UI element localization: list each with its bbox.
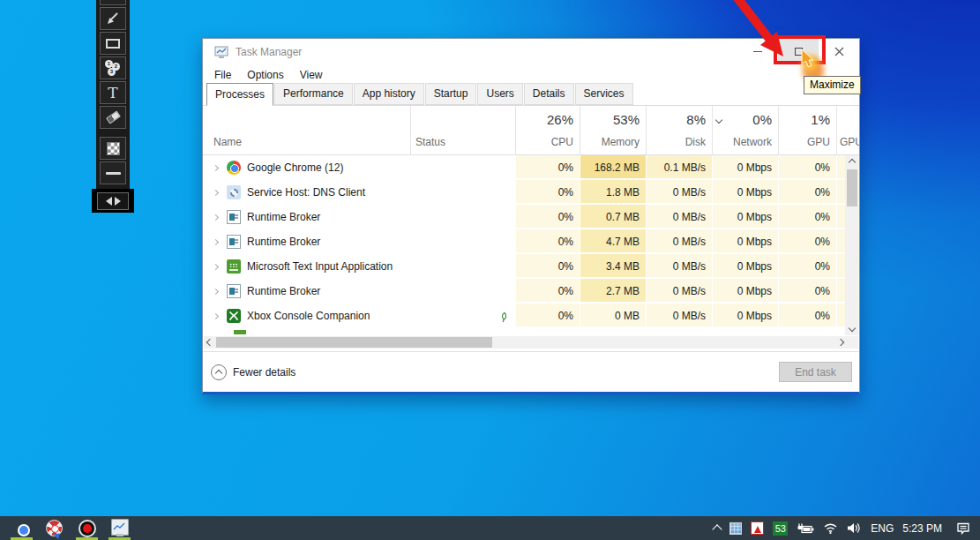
network-cell: 0 Mbps xyxy=(712,304,778,328)
language-indicator[interactable]: ENG xyxy=(871,522,894,535)
arrow-tool-button[interactable] xyxy=(100,7,126,30)
minimize-button[interactable] xyxy=(737,39,778,64)
cpu-cell: 0% xyxy=(515,205,580,229)
taskbar-chrome-button[interactable] xyxy=(5,516,38,540)
blur-tool-button[interactable] xyxy=(100,137,126,160)
fewer-details-toggle[interactable]: Fewer details xyxy=(211,364,295,380)
clock[interactable]: 5:23 PM xyxy=(902,522,942,535)
show-hidden-icons-chevron[interactable] xyxy=(713,524,722,534)
tab-details[interactable]: Details xyxy=(524,83,574,105)
scroll-down-button[interactable] xyxy=(845,321,858,335)
tab-users[interactable]: Users xyxy=(477,83,522,105)
expand-chevron-icon[interactable] xyxy=(213,214,219,220)
column-header-gpu[interactable]: 1% GPU xyxy=(778,106,836,154)
column-header-status[interactable]: Status xyxy=(410,106,515,154)
horizontal-scrollbar[interactable] xyxy=(204,336,847,349)
battery-charging-icon[interactable] xyxy=(797,522,814,535)
text-tool-button[interactable]: T xyxy=(100,81,126,104)
wifi-icon[interactable] xyxy=(823,522,838,534)
column-header-network[interactable]: 0% Network xyxy=(712,106,778,154)
task-manager-icon xyxy=(111,520,129,536)
disk-cell: 0 MB/s xyxy=(646,229,712,254)
cpu-cell: 0% xyxy=(515,180,580,205)
rectangle-tool-button[interactable] xyxy=(100,32,126,55)
column-header-disk[interactable]: 8% Disk xyxy=(646,106,712,154)
table-row[interactable]: Runtime Broker 0% 4.7 MB 0 MB/s 0 Mbps 0… xyxy=(203,229,859,254)
horizontal-scroll-thumb[interactable] xyxy=(216,337,492,348)
table-row-partial[interactable] xyxy=(203,328,859,335)
end-task-button[interactable]: End task xyxy=(779,362,852,382)
tab-processes[interactable]: Processes xyxy=(206,83,273,106)
photo-app-icon[interactable] xyxy=(751,521,764,535)
memory-cell: 168.2 MB xyxy=(580,155,646,180)
table-row[interactable]: Service Host: DNS Client 0% 1.8 MB 0 MB/… xyxy=(203,180,859,205)
chrome-icon xyxy=(13,520,31,537)
text-icon: T xyxy=(108,86,117,101)
arrow-icon xyxy=(105,11,121,26)
cpu-cell: 0% xyxy=(515,279,580,304)
menu-file[interactable]: File xyxy=(206,66,239,84)
gpu-cell: 0% xyxy=(778,155,836,180)
close-icon xyxy=(834,47,844,56)
taskbar-record-button[interactable] xyxy=(71,516,103,540)
table-row[interactable]: Xbox Console Companion 0% 0 MB 0 MB/s 0 … xyxy=(203,304,859,328)
table-row[interactable]: Runtime Broker 0% 2.7 MB 0 MB/s 0 Mbps 0… xyxy=(203,279,859,304)
menu-options[interactable]: Options xyxy=(239,66,291,84)
counter-icon: 1 2 3 xyxy=(104,60,122,77)
gpu-cell: 0% xyxy=(778,304,836,328)
scroll-left-button[interactable] xyxy=(204,336,216,349)
column-header-cpu[interactable]: 26% CPU xyxy=(515,106,580,154)
gpu-cell: 0% xyxy=(778,180,836,205)
grid-app-icon[interactable] xyxy=(729,522,742,535)
expand-chevron-icon[interactable] xyxy=(213,164,219,170)
taskbar-apps xyxy=(5,516,136,540)
vertical-scroll-thumb[interactable] xyxy=(847,169,857,206)
menu-view[interactable]: View xyxy=(292,66,331,84)
scrollbar-corner xyxy=(845,336,858,349)
title-bar[interactable]: Task Manager xyxy=(203,39,859,65)
table-row[interactable]: Runtime Broker 0% 0.7 MB 0 MB/s 0 Mbps 0… xyxy=(203,205,859,229)
expand-chevron-icon[interactable] xyxy=(213,312,219,319)
process-name: Service Host: DNS Client xyxy=(247,186,365,199)
expand-chevron-icon[interactable] xyxy=(213,189,219,195)
vertical-scrollbar[interactable] xyxy=(845,155,858,335)
taskbar-recorder-menu-button[interactable] xyxy=(38,516,71,540)
disk-cell: 0.1 MB/s xyxy=(646,155,712,180)
expand-chevron-icon[interactable] xyxy=(213,263,219,269)
chevron-down-icon[interactable] xyxy=(715,116,722,124)
disk-cell: 0 MB/s xyxy=(646,254,712,279)
battery-percent-badge[interactable]: 53 xyxy=(773,521,788,536)
column-header-gpu-engine[interactable]: GPU xyxy=(836,106,859,154)
cpu-cell: 0% xyxy=(515,254,580,279)
scroll-up-button[interactable] xyxy=(845,155,858,169)
column-header-memory[interactable]: 53% Memory xyxy=(580,106,646,154)
speaker-icon[interactable] xyxy=(847,522,862,534)
table-row[interactable]: Microsoft Text Input Application 0% 3.4 … xyxy=(203,254,859,279)
service-gear-icon xyxy=(227,185,241,199)
app-window-icon xyxy=(227,284,241,298)
tab-startup[interactable]: Startup xyxy=(425,83,477,105)
table-row[interactable]: Google Chrome (12) 0% 168.2 MB 0.1 MB/s … xyxy=(203,155,859,180)
expand-chevron-icon[interactable] xyxy=(213,288,219,294)
column-header-name[interactable]: Name xyxy=(203,106,410,154)
pan-tool-button[interactable] xyxy=(97,192,129,210)
suspended-leaf-icon xyxy=(499,311,510,326)
rectangle-icon xyxy=(106,39,120,49)
taskbar-task-manager-button[interactable] xyxy=(103,516,136,540)
hidden-tool-button[interactable] xyxy=(100,0,126,5)
app-window-icon xyxy=(227,235,241,249)
window-title: Task Manager xyxy=(236,46,302,58)
tab-services[interactable]: Services xyxy=(575,83,633,105)
tab-app-history[interactable]: App history xyxy=(354,83,424,105)
scroll-right-button[interactable] xyxy=(834,336,847,349)
checkerboard-icon xyxy=(107,142,120,155)
process-name: Google Chrome (12) xyxy=(247,161,343,174)
action-center-icon[interactable] xyxy=(956,521,971,535)
eraser-tool-button[interactable] xyxy=(100,106,126,129)
pan-tool-block xyxy=(92,189,134,213)
line-tool-button[interactable] xyxy=(100,161,126,184)
tab-performance[interactable]: Performance xyxy=(274,83,353,105)
expand-chevron-icon[interactable] xyxy=(213,238,219,244)
desktop: 1 2 3 T xyxy=(0,0,980,540)
counter-tool-button[interactable]: 1 2 3 xyxy=(100,56,126,79)
